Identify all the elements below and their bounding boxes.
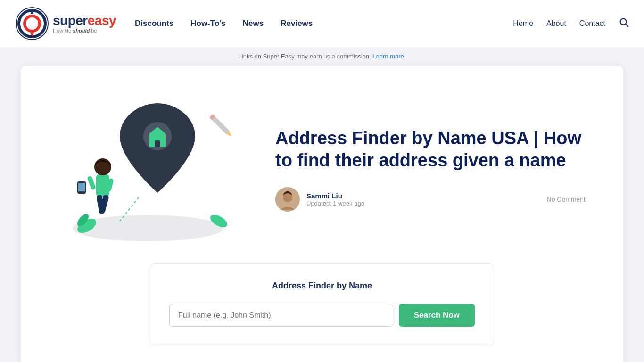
hero-text: Address Finder by Name USA | How to find… (275, 127, 586, 212)
notice-link[interactable]: Learn more. (372, 53, 405, 60)
author-row: Sammi Liu Updated: 1 week ago No Comment (275, 187, 586, 212)
notice-text: Links on Super Easy may earn us a commis… (239, 53, 373, 60)
svg-rect-17 (78, 183, 85, 191)
logo-easy: easy (88, 14, 116, 27)
nav-reviews[interactable]: Reviews (281, 19, 313, 28)
nav-contact[interactable]: Contact (579, 19, 605, 28)
logo-tagline: How life should be (53, 28, 116, 33)
main-nav: Discounts How-To's News Reviews (135, 19, 513, 28)
svg-rect-9 (155, 140, 160, 147)
nav-home[interactable]: Home (513, 19, 533, 28)
nav-news[interactable]: News (243, 19, 264, 28)
svg-rect-11 (96, 174, 109, 197)
widget-title: Address Finder by Name (169, 281, 475, 291)
nav-discounts[interactable]: Discounts (135, 19, 173, 28)
nav-about[interactable]: About (546, 19, 566, 28)
logo-text: super easy How life should be (53, 14, 116, 33)
site-logo[interactable]: super easy How life should be (15, 7, 116, 41)
svg-line-4 (626, 24, 628, 26)
article-title: Address Finder by Name USA | How to find… (275, 127, 586, 172)
author-avatar (275, 187, 300, 212)
site-header: super easy How life should be Discounts … (0, 0, 644, 47)
right-nav: Home About Contact (513, 17, 629, 30)
widget-box: Address Finder by Name Search Now (150, 263, 494, 346)
author-name: Sammi Liu (306, 192, 364, 200)
hero-illustration (49, 94, 247, 245)
widget-form: Search Now (169, 304, 475, 327)
author-info: Sammi Liu Updated: 1 week ago (306, 192, 364, 207)
hero-section: Address Finder by Name USA | How to find… (21, 66, 623, 263)
no-comment: No Comment (547, 196, 586, 203)
search-icon[interactable] (619, 17, 629, 30)
svg-point-5 (73, 215, 223, 241)
svg-rect-15 (87, 175, 96, 190)
logo-super: super (53, 14, 88, 27)
notice-bar: Links on Super Easy may earn us a commis… (0, 47, 644, 66)
search-now-button[interactable]: Search Now (399, 304, 475, 327)
name-search-input[interactable] (169, 304, 393, 327)
widget-section: Address Finder by Name Search Now (49, 263, 595, 346)
content-card: Address Finder by Name USA | How to find… (21, 66, 623, 362)
nav-howtos[interactable]: How-To's (190, 19, 226, 28)
author-date: Updated: 1 week ago (306, 200, 364, 207)
